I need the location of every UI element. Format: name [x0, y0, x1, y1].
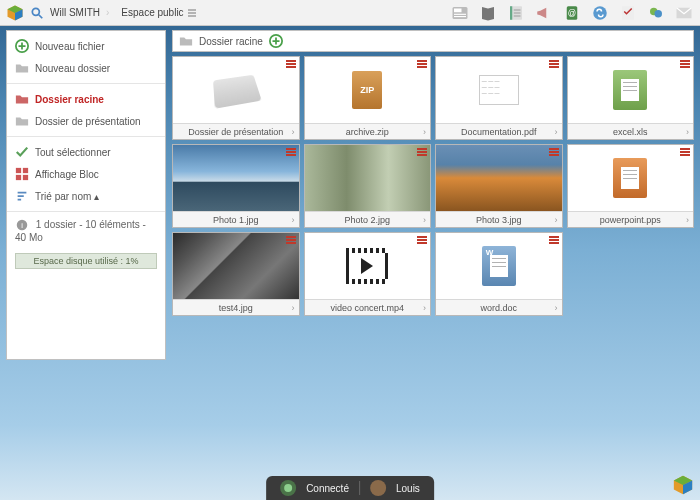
notes-icon[interactable] — [506, 3, 526, 23]
status-icon[interactable] — [280, 480, 296, 496]
new-file-label: Nouveau fichier — [35, 41, 104, 52]
file-thumbnail — [173, 233, 299, 299]
space-selector[interactable]: Espace public — [121, 7, 196, 18]
sort-label: Trié par nom ▴ — [35, 191, 99, 202]
file-tile[interactable]: Photo 2.jpg — [304, 144, 432, 228]
tile-menu-icon[interactable] — [417, 236, 427, 245]
file-name: word.doc — [436, 299, 562, 315]
folder-icon — [15, 114, 29, 128]
grid-icon — [15, 167, 29, 181]
file-name: Photo 1.jpg — [173, 211, 299, 227]
root-folder-link[interactable]: Dossier racine — [7, 88, 165, 110]
dock-user[interactable]: Louis — [396, 483, 420, 494]
link-icon[interactable] — [590, 3, 610, 23]
tile-menu-icon[interactable] — [417, 60, 427, 69]
sidebar: Nouveau fichier Nouveau dossier Dossier … — [6, 30, 166, 360]
connection-status: Connecté — [306, 483, 349, 494]
book-icon[interactable] — [478, 3, 498, 23]
svg-rect-10 — [510, 6, 512, 20]
file-thumbnail — [305, 233, 431, 299]
megaphone-icon[interactable] — [534, 3, 554, 23]
mail-icon[interactable] — [674, 3, 694, 23]
view-mode-button[interactable]: Affichage Bloc — [7, 163, 165, 185]
svg-rect-6 — [454, 8, 462, 12]
file-thumbnail — [568, 145, 694, 211]
file-name: Photo 2.jpg — [305, 211, 431, 227]
search-icon[interactable] — [30, 6, 44, 20]
breadcrumb: Dossier racine — [172, 30, 694, 52]
space-label: Espace public — [121, 7, 183, 18]
tile-menu-icon[interactable] — [549, 236, 559, 245]
file-name: powerpoint.pps — [568, 211, 694, 227]
file-tile[interactable]: word.doc — [435, 232, 563, 316]
folder-stats: i 1 dossier - 10 éléments - 40 Mo — [7, 212, 165, 249]
info-icon: i — [15, 218, 29, 232]
svg-line-4 — [39, 14, 43, 18]
select-all-button[interactable]: Tout sélectionner — [7, 141, 165, 163]
menu-lines-icon — [187, 8, 197, 18]
sort-icon — [15, 189, 29, 203]
view-mode-label: Affichage Bloc — [35, 169, 99, 180]
tile-menu-icon[interactable] — [680, 60, 690, 69]
tile-menu-icon[interactable] — [286, 60, 296, 69]
messenger-icon[interactable] — [646, 3, 666, 23]
contacts-icon[interactable]: @ — [562, 3, 582, 23]
file-name: Documentation.pdf — [436, 123, 562, 139]
file-thumbnail: — — —— — —— — — — [436, 57, 562, 123]
add-icon[interactable] — [269, 34, 283, 48]
file-tile[interactable]: Photo 1.jpg — [172, 144, 300, 228]
tasks-icon[interactable] — [618, 3, 638, 23]
folder-stats-text: 1 dossier - 10 éléments - 40 Mo — [15, 219, 146, 243]
app-logo-corner-icon[interactable] — [672, 474, 694, 496]
file-name: excel.xls — [568, 123, 694, 139]
breadcrumb-root[interactable]: Dossier racine — [199, 36, 263, 47]
new-folder-button[interactable]: Nouveau dossier — [7, 57, 165, 79]
sort-button[interactable]: Trié par nom ▴ — [7, 185, 165, 207]
tile-menu-icon[interactable] — [549, 60, 559, 69]
file-tile[interactable]: excel.xls — [567, 56, 695, 140]
plus-icon — [15, 39, 29, 53]
presentation-folder-label: Dossier de présentation — [35, 116, 141, 127]
file-thumbnail — [436, 233, 562, 299]
new-file-button[interactable]: Nouveau fichier — [7, 35, 165, 57]
toolbar-icons: @ — [450, 3, 694, 23]
file-thumbnail — [173, 145, 299, 211]
tile-menu-icon[interactable] — [417, 148, 427, 157]
presentation-folder-link[interactable]: Dossier de présentation — [7, 110, 165, 132]
tile-menu-icon[interactable] — [286, 148, 296, 157]
dock: Connecté Louis — [266, 476, 434, 500]
select-all-label: Tout sélectionner — [35, 147, 111, 158]
file-name: video concert.mp4 — [305, 299, 431, 315]
file-tile[interactable]: ZIParchive.zip — [304, 56, 432, 140]
svg-rect-21 — [16, 175, 21, 180]
app-logo-icon[interactable] — [6, 4, 24, 22]
file-name: Photo 3.jpg — [436, 211, 562, 227]
svg-rect-20 — [23, 168, 28, 173]
file-tile[interactable]: test4.jpg — [172, 232, 300, 316]
new-folder-label: Nouveau dossier — [35, 63, 110, 74]
svg-rect-19 — [16, 168, 21, 173]
file-thumbnail — [173, 57, 299, 123]
file-tile[interactable]: powerpoint.pps — [567, 144, 695, 228]
topbar: Will SMITH › Espace public @ — [0, 0, 700, 26]
file-tile[interactable]: — — —— — —— — —Documentation.pdf — [435, 56, 563, 140]
file-thumbnail — [305, 145, 431, 211]
avatar[interactable] — [370, 480, 386, 496]
workspace: Nouveau fichier Nouveau dossier Dossier … — [6, 30, 694, 360]
main-panel: Dossier racine Dossier de présentationZI… — [172, 30, 694, 360]
file-name: archive.zip — [305, 123, 431, 139]
svg-point-3 — [32, 8, 39, 15]
svg-rect-8 — [454, 16, 466, 17]
tile-menu-icon[interactable] — [680, 148, 690, 157]
file-tile[interactable]: Photo 3.jpg — [435, 144, 563, 228]
folder-icon — [15, 92, 29, 106]
tile-menu-icon[interactable] — [286, 236, 296, 245]
disk-usage-bar: Espace disque utilisé : 1% — [15, 253, 157, 269]
file-tile[interactable]: Dossier de présentation — [172, 56, 300, 140]
user-name[interactable]: Will SMITH — [50, 7, 100, 18]
check-icon — [15, 145, 29, 159]
folder-icon — [15, 61, 29, 75]
tile-menu-icon[interactable] — [549, 148, 559, 157]
file-tile[interactable]: video concert.mp4 — [304, 232, 432, 316]
news-icon[interactable] — [450, 3, 470, 23]
